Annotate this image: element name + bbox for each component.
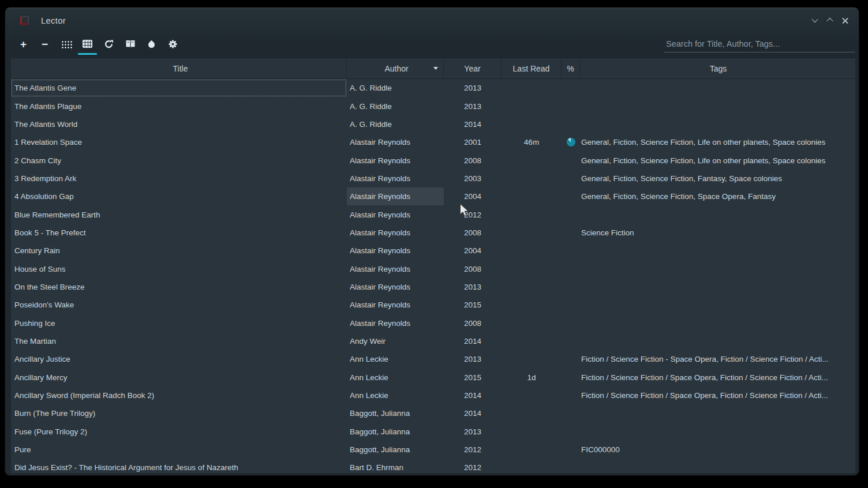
cell-author[interactable]: Baggott, Julianna: [347, 404, 444, 422]
cell-author[interactable]: Alastair Reynolds: [347, 187, 444, 205]
cell-pie[interactable]: [562, 441, 580, 459]
cell-author[interactable]: Baggott, Julianna: [347, 423, 444, 441]
cell-pie[interactable]: [562, 278, 580, 296]
cell-tags[interactable]: [580, 115, 855, 133]
cell-author[interactable]: A. G. Riddle: [347, 79, 444, 97]
cell-pie[interactable]: [562, 79, 580, 97]
cell-title[interactable]: On the Steel Breeze: [11, 278, 347, 296]
cell-author[interactable]: Bart D. Ehrman: [347, 459, 444, 473]
cell-tags[interactable]: FIC000000: [580, 441, 855, 459]
search-input[interactable]: [664, 35, 855, 52]
cell-last-read[interactable]: [502, 350, 562, 368]
window-maximize-button[interactable]: [824, 14, 836, 26]
cell-tags[interactable]: [580, 332, 855, 350]
column-header-last-read[interactable]: Last Read: [502, 58, 562, 78]
cell-tags[interactable]: Science Fiction: [580, 224, 855, 242]
table-row[interactable]: The Atlantis WorldA. G. Riddle2014: [11, 115, 855, 133]
cell-year[interactable]: 2008: [444, 151, 502, 169]
cell-year[interactable]: 2013: [444, 350, 502, 368]
cell-author[interactable]: A. G. Riddle: [347, 115, 444, 133]
cell-author[interactable]: Alastair Reynolds: [347, 260, 444, 277]
cell-tags[interactable]: Fiction / Science Fiction / Space Opera,…: [580, 369, 855, 386]
cell-title[interactable]: 4 Absolution Gap: [11, 187, 347, 205]
table-row[interactable]: Burn (The Pure Trilogy)Baggott, Julianna…: [11, 404, 855, 422]
cell-author[interactable]: Ann Leckie: [347, 369, 444, 386]
cell-last-read[interactable]: [502, 386, 562, 404]
cell-year[interactable]: 2013: [444, 423, 502, 441]
cell-pie[interactable]: [562, 423, 580, 441]
table-view-button[interactable]: [77, 32, 98, 55]
cell-year[interactable]: 2014: [444, 332, 502, 350]
cell-title[interactable]: The Atlantis World: [11, 115, 347, 133]
table-row[interactable]: PureBaggott, Julianna2012FIC000000: [11, 441, 855, 459]
cell-author[interactable]: Ann Leckie: [347, 350, 444, 368]
add-book-button[interactable]: +: [13, 32, 34, 55]
title-bar[interactable]: Lector: [5, 8, 859, 32]
cell-year[interactable]: 2015: [444, 369, 502, 386]
cell-author[interactable]: Alastair Reynolds: [347, 133, 444, 151]
cell-title[interactable]: House of Suns: [11, 260, 347, 277]
cell-last-read[interactable]: 46m: [502, 133, 562, 151]
cell-year[interactable]: 2004: [444, 242, 502, 260]
column-header-author[interactable]: Author: [347, 58, 444, 78]
cell-last-read[interactable]: [502, 459, 562, 473]
cell-tags[interactable]: Fiction / Science Fiction / Space Opera,…: [580, 386, 855, 404]
column-header-percent[interactable]: %: [562, 58, 580, 78]
column-header-tags[interactable]: Tags: [580, 58, 855, 78]
cell-pie[interactable]: [562, 224, 580, 242]
cell-tags[interactable]: [580, 314, 855, 332]
table-row[interactable]: Book 5 - The PrefectAlastair Reynolds200…: [11, 224, 855, 242]
cell-title[interactable]: The Martian: [11, 332, 347, 350]
cell-year[interactable]: 2012: [444, 459, 502, 473]
cell-year[interactable]: 2015: [444, 296, 502, 314]
cell-tags[interactable]: [580, 260, 855, 277]
cell-pie[interactable]: [562, 296, 580, 314]
table-row[interactable]: Blue Remembered EarthAlastair Reynolds20…: [11, 205, 855, 223]
table-row[interactable]: House of SunsAlastair Reynolds2008: [11, 260, 855, 277]
cell-title[interactable]: 2 Chasm City: [11, 151, 347, 169]
cell-year[interactable]: 2012: [444, 205, 502, 223]
cell-title[interactable]: Ancillary Sword (Imperial Radch Book 2): [11, 386, 347, 404]
cell-title[interactable]: Fuse (Pure Trilogy 2): [11, 423, 347, 441]
remove-book-button[interactable]: −: [34, 32, 55, 55]
cell-title[interactable]: Pure: [11, 441, 347, 459]
cell-title[interactable]: The Atlantis Gene: [11, 79, 347, 97]
table-row[interactable]: 2 Chasm CityAlastair Reynolds2008General…: [11, 151, 855, 169]
cell-year[interactable]: 2013: [444, 278, 502, 296]
cell-author[interactable]: Alastair Reynolds: [347, 151, 444, 169]
table-row[interactable]: Did Jesus Exist? - The Historical Argume…: [11, 459, 855, 473]
cell-last-read[interactable]: [502, 441, 562, 459]
cell-tags[interactable]: [580, 404, 855, 422]
cell-year[interactable]: 2004: [444, 187, 502, 205]
table-row[interactable]: Ancillary Sword (Imperial Radch Book 2)A…: [11, 386, 855, 404]
cell-tags[interactable]: General, Fiction, Science Fiction, Fanta…: [580, 170, 855, 187]
cell-last-read[interactable]: [502, 296, 562, 314]
table-row[interactable]: On the Steel BreezeAlastair Reynolds2013: [11, 278, 855, 296]
cell-title[interactable]: Burn (The Pure Trilogy): [11, 404, 347, 422]
cell-year[interactable]: 2012: [444, 441, 502, 459]
cell-author[interactable]: A. G. Riddle: [347, 97, 444, 115]
cell-tags[interactable]: [580, 278, 855, 296]
cell-last-read[interactable]: [502, 97, 562, 115]
cell-author[interactable]: Alastair Reynolds: [347, 296, 444, 314]
table-row[interactable]: Fuse (Pure Trilogy 2)Baggott, Julianna20…: [11, 423, 855, 441]
cell-author[interactable]: Andy Weir: [347, 332, 444, 350]
cell-title[interactable]: Century Rain: [11, 242, 347, 260]
cell-last-read[interactable]: [502, 170, 562, 187]
table-row[interactable]: The MartianAndy Weir2014: [11, 332, 855, 350]
cell-title[interactable]: 1 Revelation Space: [11, 133, 347, 151]
table-row[interactable]: The Atlantis PlagueA. G. Riddle2013: [11, 97, 855, 115]
cell-title[interactable]: Ancillary Justice: [11, 350, 347, 368]
cell-pie[interactable]: [562, 133, 580, 151]
cell-title[interactable]: Did Jesus Exist? - The Historical Argume…: [11, 459, 347, 473]
cell-author[interactable]: Alastair Reynolds: [347, 278, 444, 296]
cell-pie[interactable]: [562, 404, 580, 422]
column-header-year[interactable]: Year: [444, 58, 502, 78]
cell-tags[interactable]: General, Fiction, Science Fiction, Life …: [580, 133, 855, 151]
cell-last-read[interactable]: [502, 332, 562, 350]
cover-view-button[interactable]: [55, 32, 77, 55]
cell-pie[interactable]: [562, 369, 580, 386]
cell-tags[interactable]: [580, 242, 855, 260]
cell-year[interactable]: 2003: [444, 170, 502, 187]
cell-last-read[interactable]: [502, 314, 562, 332]
